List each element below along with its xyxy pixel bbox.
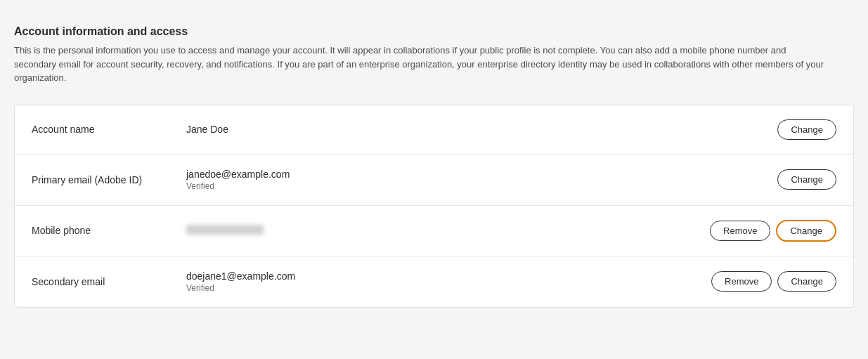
secondary-email-change-button[interactable]: Change <box>777 271 836 292</box>
primary-email-change-button[interactable]: Change <box>777 169 836 190</box>
account-name-text: Jane Doe <box>186 124 228 135</box>
mobile-phone-label: Mobile phone <box>32 225 186 236</box>
primary-email-verified: Verified <box>186 181 777 191</box>
secondary-email-value: doejane1@example.com Verified <box>186 270 711 293</box>
mobile-phone-change-button[interactable]: Change <box>776 220 836 242</box>
account-name-change-button[interactable]: Change <box>777 119 836 140</box>
header-description: This is the personal information you use… <box>14 44 829 85</box>
secondary-email-text: doejane1@example.com <box>186 270 711 282</box>
account-info-table: Account name Jane Doe Change Primary ema… <box>14 105 854 308</box>
secondary-email-actions: Remove Change <box>711 271 836 292</box>
mobile-phone-remove-button[interactable]: Remove <box>710 221 770 241</box>
header-section: Account information and access This is t… <box>14 14 854 99</box>
account-name-label: Account name <box>32 124 186 135</box>
secondary-email-verified: Verified <box>186 283 711 293</box>
account-name-value: Jane Doe <box>186 124 777 135</box>
mobile-phone-actions: Remove Change <box>710 220 836 242</box>
primary-email-label: Primary email (Adobe ID) <box>32 174 186 185</box>
table-row: Account name Jane Doe Change <box>15 105 853 155</box>
primary-email-text: janedoe@example.com <box>186 169 777 180</box>
table-row: Mobile phone Remove Change <box>15 206 853 256</box>
mobile-phone-value <box>186 225 710 237</box>
secondary-email-label: Secondary email <box>32 276 186 287</box>
page-title: Account information and access <box>14 25 854 38</box>
secondary-email-remove-button[interactable]: Remove <box>711 271 772 292</box>
table-row: Primary email (Adobe ID) janedoe@example… <box>15 155 853 206</box>
account-name-actions: Change <box>777 119 836 140</box>
table-row: Secondary email doejane1@example.com Ver… <box>15 256 853 307</box>
primary-email-value: janedoe@example.com Verified <box>186 169 777 191</box>
page-container: Account information and access This is t… <box>14 14 854 308</box>
primary-email-actions: Change <box>777 169 836 190</box>
mobile-phone-blurred <box>186 225 264 235</box>
